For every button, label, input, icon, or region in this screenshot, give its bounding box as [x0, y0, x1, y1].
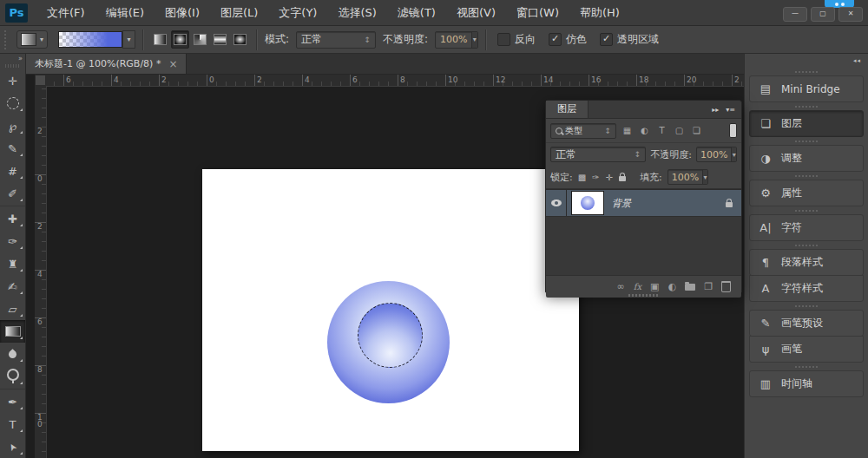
gradient-type-angle-button[interactable] — [191, 30, 209, 49]
horizontal-ruler[interactable]: 642024681012141618202 — [46, 75, 744, 87]
dock-button-timeline[interactable]: ▥时间轴 — [749, 370, 864, 397]
filter-shape-layers-icon[interactable]: ▢ — [672, 124, 687, 138]
lock-pixels-icon[interactable]: ✑ — [592, 173, 599, 182]
panel-menu-icon[interactable]: ▾≡ — [726, 106, 735, 114]
move-tool[interactable]: ✛ — [0, 69, 25, 92]
adjustment-layer-icon[interactable]: ◐ — [668, 282, 677, 291]
opacity-select[interactable]: 100% ▾ — [435, 31, 478, 49]
mode-select[interactable]: 正常 ↕ — [296, 31, 376, 49]
clone-stamp-tool[interactable]: ♜ — [0, 252, 25, 275]
elliptical-marquee-tool[interactable] — [0, 92, 25, 114]
gradient-type-diamond-button[interactable] — [231, 30, 249, 49]
layer-opacity-select[interactable]: 100% ▾ — [696, 147, 737, 162]
drag-grip[interactable] — [749, 102, 864, 110]
eyedropper-tool[interactable]: ✐ — [0, 182, 25, 205]
dock-button-layers[interactable]: ❏图层 — [749, 110, 864, 137]
dodge-tool[interactable] — [0, 365, 25, 388]
gradient-preview[interactable] — [58, 31, 122, 48]
delete-layer-icon[interactable] — [721, 281, 731, 292]
gradient-tool[interactable] — [0, 320, 25, 343]
brush-tool[interactable]: ✑ — [0, 230, 25, 252]
link-layers-icon[interactable]: ∞ — [617, 282, 625, 291]
filter-type-select[interactable]: 类型 ↕ — [550, 123, 616, 139]
lock-position-icon[interactable]: ✛ — [606, 173, 613, 182]
drag-grip[interactable] — [749, 172, 864, 180]
eraser-tool[interactable]: ▱ — [0, 298, 25, 320]
gradient-type-radial-button[interactable] — [171, 30, 189, 49]
transparency-checkbox[interactable]: ✓ — [600, 33, 613, 46]
drag-grip[interactable] — [749, 363, 864, 370]
drag-grip[interactable] — [749, 241, 864, 249]
menu-help[interactable]: 帮助(H) — [569, 0, 630, 25]
menu-select[interactable]: 选择(S) — [327, 0, 386, 25]
dock-collapse-icon[interactable]: ◂◂ — [853, 57, 861, 64]
ruler-origin-box[interactable] — [35, 75, 46, 86]
menu-edit[interactable]: 编辑(E) — [95, 0, 155, 25]
filter-smart-objects-icon[interactable]: ❏ — [689, 124, 704, 138]
reverse-checkbox[interactable] — [497, 33, 510, 46]
document-canvas[interactable] — [202, 169, 579, 451]
gradient-picker-arrow-icon[interactable]: ▾ — [122, 30, 135, 49]
filter-type-layers-icon[interactable]: T — [654, 124, 669, 138]
options-bar-grip[interactable] — [4, 30, 10, 49]
checkbox-transparency[interactable]: ✓透明区域 — [600, 32, 659, 47]
crop-tool[interactable]: # — [0, 160, 25, 182]
quick-selection-tool[interactable]: ✎ — [0, 137, 25, 160]
dither-checkbox[interactable]: ✓ — [549, 33, 562, 46]
filter-adjustment-layers-icon[interactable]: ◐ — [637, 124, 652, 138]
lock-all-icon[interactable] — [619, 176, 626, 181]
checkbox-dither[interactable]: ✓仿色 — [549, 32, 587, 47]
dock-button-adjustments[interactable]: ◑调整 — [749, 145, 864, 172]
close-button[interactable]: ✕ — [838, 7, 863, 22]
drag-grip[interactable] — [749, 206, 864, 214]
maximize-button[interactable]: ▢ — [811, 7, 835, 22]
document-tab[interactable]: 未标题-1 @ 100%(RGB/8) * × — [26, 54, 187, 74]
lock-transparency-icon[interactable]: ▩ — [578, 173, 586, 182]
menu-image[interactable]: 图像(I) — [155, 0, 210, 25]
checkbox-reverse[interactable]: 反向 — [497, 32, 536, 47]
new-layer-icon[interactable]: ❐ — [704, 282, 713, 291]
gradient-type-linear-button[interactable] — [151, 30, 169, 49]
menu-file[interactable]: 文件(F) — [36, 0, 95, 25]
menu-type[interactable]: 文字(Y) — [268, 0, 327, 25]
gradient-type-reflected-button[interactable] — [211, 30, 229, 49]
menu-window[interactable]: 窗口(W) — [506, 0, 569, 25]
type-tool[interactable]: T — [0, 413, 25, 435]
layer-row[interactable]: 背景 — [546, 190, 741, 217]
dock-button-character[interactable]: A|字符 — [749, 214, 864, 241]
panel-resize-grip[interactable] — [628, 294, 660, 297]
dock-button-brush[interactable]: ψ画笔 — [749, 336, 864, 363]
layers-panel-tab[interactable]: 图层 — [546, 101, 589, 118]
menu-view[interactable]: 视图(V) — [446, 0, 506, 25]
pen-tool[interactable]: ✒ — [0, 390, 25, 413]
dock-button-brush-presets[interactable]: ✎画笔预设 — [749, 310, 864, 337]
filter-pixel-layers-icon[interactable]: ▦ — [620, 124, 635, 138]
tool-preset-picker[interactable]: ▾ — [16, 30, 48, 49]
blur-tool[interactable] — [0, 343, 25, 365]
layer-effects-icon[interactable]: fx — [634, 283, 641, 291]
drag-grip[interactable] — [749, 137, 864, 145]
dock-button-mini-bridge[interactable]: ▤Mini Bridge — [749, 75, 864, 102]
dock-button-properties[interactable]: ⚙属性 — [749, 180, 864, 206]
healing-brush-tool[interactable]: ✚ — [0, 207, 25, 230]
visibility-toggle[interactable] — [546, 190, 567, 216]
toolbar-collapse-icon[interactable]: » — [0, 54, 25, 64]
drag-grip[interactable] — [749, 68, 864, 75]
add-mask-icon[interactable]: ▣ — [650, 282, 659, 291]
menu-layer[interactable]: 图层(L) — [210, 0, 268, 25]
filter-toggle-switch[interactable] — [729, 123, 737, 138]
panel-collapse-icon[interactable]: ▸▸ — [712, 106, 719, 114]
path-selection-tool[interactable]: ➤ — [0, 435, 25, 458]
dock-button-character-styles[interactable]: A字符样式 — [749, 275, 864, 302]
new-group-icon[interactable] — [685, 284, 695, 291]
dock-button-paragraph-styles[interactable]: ¶段落样式 — [749, 249, 864, 276]
toolbar-grip[interactable] — [5, 64, 20, 68]
lasso-tool[interactable]: ℘ — [0, 114, 25, 137]
vertical-ruler[interactable]: 2024681012 — [35, 86, 47, 458]
history-brush-tool[interactable]: ✍ — [0, 275, 25, 298]
blend-mode-select[interactable]: 正常 ↕ — [550, 147, 646, 162]
minimize-button[interactable]: — — [783, 7, 807, 22]
fill-select[interactable]: 100% ▾ — [667, 169, 708, 185]
close-tab-icon[interactable]: × — [168, 58, 177, 70]
menu-filter[interactable]: 滤镜(T) — [387, 0, 446, 25]
